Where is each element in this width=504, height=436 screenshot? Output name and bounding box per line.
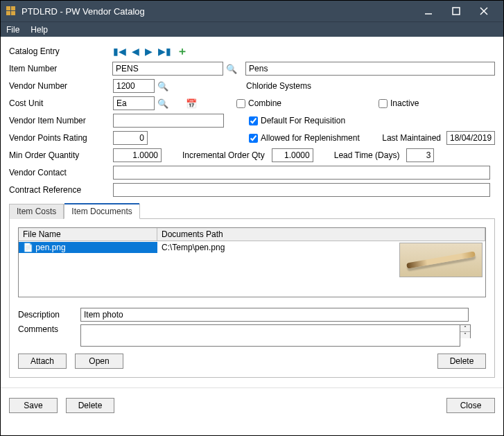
nav-prev-icon[interactable]: ◀ — [132, 46, 139, 56]
svg-rect-1 — [453, 8, 460, 15]
grid-header-file[interactable]: File Name — [19, 228, 157, 241]
open-button[interactable]: Open — [75, 354, 123, 369]
nav-last-icon[interactable]: ▶▮ — [158, 46, 171, 56]
label-incremental-order-qty: Incremental Order Qty — [182, 150, 265, 160]
lead-time-input[interactable] — [406, 148, 434, 162]
combine-checkbox[interactable]: Combine — [236, 98, 281, 108]
default-requisition-checkbox[interactable]: Default For Requisition — [249, 116, 345, 125]
cost-unit-input[interactable] — [113, 96, 155, 110]
grid-header-path[interactable]: Documents Path — [157, 228, 485, 241]
label-item-number: Item Number — [9, 64, 112, 73]
nav-add-icon[interactable]: ＋ — [177, 46, 188, 57]
delete-button[interactable]: Delete — [66, 398, 114, 413]
label-contract-reference: Contract Reference — [9, 185, 113, 195]
label-vendor-item-number: Vendor Item Number — [9, 116, 113, 125]
pen-icon — [406, 251, 476, 268]
app-icon — [6, 6, 16, 16]
documents-grid[interactable]: File Name Documents Path 📄 pen.png C:\Te… — [18, 227, 486, 297]
save-button[interactable]: Save — [9, 398, 58, 413]
menu-help[interactable]: Help — [31, 25, 48, 35]
label-vendor-contact: Vendor Contact — [9, 168, 113, 177]
doc-comments-input[interactable] — [80, 324, 460, 347]
close-button[interactable] — [470, 1, 498, 21]
spin-down-icon[interactable]: ˅ — [460, 332, 470, 338]
incremental-order-qty-input[interactable] — [272, 148, 313, 162]
label-vendor-points-rating: Vendor Points Rating — [9, 133, 113, 143]
spin-up-icon[interactable]: ˄ — [460, 325, 470, 332]
item-number-lookup-icon[interactable]: 🔍 — [226, 63, 237, 74]
label-doc-description: Description — [18, 310, 80, 320]
window-title: PTDLRD - PW Vendor Catalog — [21, 6, 415, 17]
record-navigator: ▮◀ ◀ ▶ ▶▮ ＋ — [113, 46, 188, 57]
vendor-number-lookup-icon[interactable]: 🔍 — [157, 80, 168, 91]
vendor-contact-input[interactable] — [113, 166, 490, 180]
nav-first-icon[interactable]: ▮◀ — [113, 46, 126, 56]
vendor-name: Chloride Systems — [246, 81, 311, 91]
nav-next-icon[interactable]: ▶ — [145, 46, 153, 56]
menu-bar: File Help — [1, 21, 503, 37]
label-catalog-entry: Catalog Entry — [9, 46, 113, 56]
minimize-button[interactable] — [415, 1, 442, 21]
title-bar: PTDLRD - PW Vendor Catalog — [1, 1, 503, 21]
allowed-replenishment-checkbox[interactable]: Allowed for Replenishment — [249, 133, 360, 143]
footer-bar: Save Delete Close — [1, 392, 503, 420]
label-doc-comments: Comments — [18, 324, 80, 334]
file-icon: 📄 — [23, 243, 33, 252]
last-maintained-input[interactable] — [446, 131, 495, 145]
item-number-input[interactable] — [112, 62, 223, 76]
maximize-button[interactable] — [442, 1, 470, 21]
tab-strip: Item Costs Item Documents — [9, 203, 495, 219]
label-min-order-qty: Min Order Quantity — [9, 150, 113, 160]
vendor-points-rating-input[interactable] — [113, 131, 148, 145]
vendor-item-number-input[interactable] — [113, 114, 224, 128]
inactive-checkbox[interactable]: Inactive — [379, 98, 419, 108]
label-vendor-number: Vendor Number — [9, 81, 113, 91]
attach-button[interactable]: Attach — [18, 354, 67, 369]
label-last-maintained: Last Maintained — [382, 133, 441, 143]
tab-item-documents[interactable]: Item Documents — [64, 204, 139, 219]
grid-cell-file: pen.png — [35, 243, 65, 252]
menu-file[interactable]: File — [6, 25, 19, 35]
document-preview — [399, 243, 483, 277]
item-description-input[interactable] — [245, 62, 495, 76]
delete-doc-button[interactable]: Delete — [437, 354, 486, 369]
doc-description-input[interactable] — [80, 308, 469, 322]
label-cost-unit: Cost Unit — [9, 98, 113, 108]
min-order-qty-input[interactable] — [113, 148, 162, 162]
vendor-number-input[interactable] — [113, 79, 155, 93]
contract-reference-input[interactable] — [113, 183, 490, 197]
cost-unit-lookup-icon[interactable]: 🔍 — [157, 98, 168, 109]
content-area: Catalog Entry ▮◀ ◀ ▶ ▶▮ ＋ Item Number 🔍 … — [1, 37, 503, 383]
tab-item-costs[interactable]: Item Costs — [9, 204, 64, 219]
comments-spinner[interactable]: ˄ ˅ — [460, 324, 471, 338]
close-form-button[interactable]: Close — [446, 398, 495, 413]
cost-unit-detail-icon[interactable]: 📅 — [185, 97, 198, 110]
label-lead-time: Lead Time (Days) — [334, 150, 400, 160]
tab-panel-documents: File Name Documents Path 📄 pen.png C:\Te… — [9, 219, 495, 378]
